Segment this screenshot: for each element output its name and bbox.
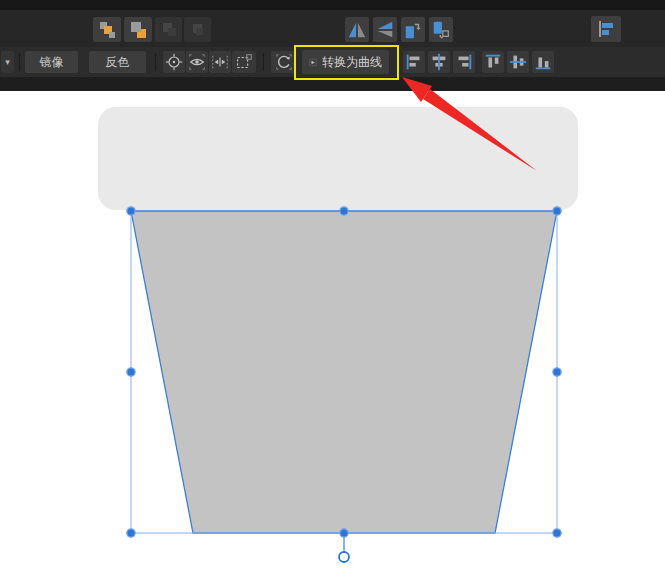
rotate-cw-icon [431, 20, 451, 40]
trapezoid-shape[interactable] [131, 211, 557, 533]
toolbar-row-arrange [0, 10, 665, 48]
send-to-back-icon [188, 20, 208, 40]
flip-horizontal-icon [347, 20, 367, 40]
align-bottom-icon [533, 52, 553, 72]
selection-node[interactable] [553, 529, 561, 537]
fit-width-button[interactable] [209, 51, 231, 73]
align-right-button[interactable] [453, 51, 475, 73]
align-center-horizontal-button[interactable] [428, 51, 450, 73]
mirror-button[interactable]: 镜像 [25, 51, 78, 73]
chevron-down-icon: ▾ [5, 58, 10, 67]
fit-width-icon [210, 52, 230, 72]
align-middle-vertical-button[interactable] [507, 51, 529, 73]
pointer-arrow-tail [423, 89, 537, 171]
flip-horizontal-button[interactable] [345, 17, 369, 42]
pointer-arrow [402, 77, 537, 171]
selection-node[interactable] [127, 368, 135, 376]
toolbar-separator [263, 53, 264, 71]
selection-node[interactable] [553, 368, 561, 376]
align-center-horizontal-icon [429, 52, 449, 72]
rotate-ccw-button[interactable] [401, 17, 425, 42]
align-bottom-button[interactable] [532, 51, 554, 73]
align-left-flag-icon [595, 18, 617, 40]
invert-color-button[interactable]: 反色 [89, 51, 146, 73]
invert-button-label: 反色 [106, 56, 130, 68]
mirror-button-label: 镜像 [40, 56, 64, 68]
align-top-icon [483, 52, 503, 72]
rotate-icon [274, 52, 294, 72]
align-left-button[interactable] [403, 51, 425, 73]
selection-node[interactable] [553, 207, 561, 215]
arrange-backward-icon [128, 20, 148, 40]
rotate-tool-button[interactable] [271, 51, 296, 73]
rotate-ccw-icon [403, 20, 423, 40]
align-right-icon [454, 52, 474, 72]
flip-vertical-icon [375, 20, 395, 40]
transform-frame-icon [233, 52, 255, 72]
toolbar-separator [155, 53, 156, 71]
preview-eye-icon [187, 52, 207, 72]
selection-node[interactable] [340, 529, 348, 537]
flip-vertical-button[interactable] [373, 17, 397, 42]
convert-button-highlight [294, 45, 399, 80]
preview-eye-button[interactable] [186, 51, 208, 73]
align-flag-button[interactable] [591, 16, 621, 42]
selection-node[interactable] [127, 529, 135, 537]
rotate-cw-button[interactable] [429, 17, 453, 42]
window-top-strip [0, 0, 665, 10]
arrange-forward-button[interactable] [93, 17, 121, 42]
transform-frame-button[interactable] [232, 51, 256, 73]
arrange-forward-icon [97, 20, 117, 40]
options-dropdown-button[interactable]: ▾ [1, 51, 14, 73]
rounded-rectangle-shape[interactable] [98, 107, 578, 210]
send-to-back-button[interactable] [184, 17, 211, 42]
rotation-handle[interactable] [339, 552, 349, 562]
selection-node[interactable] [340, 207, 348, 215]
toolbar-separator [19, 53, 20, 71]
arrange-backward-button[interactable] [124, 17, 152, 42]
center-point-icon [164, 52, 184, 72]
selection-node[interactable] [127, 207, 135, 215]
align-left-icon [404, 52, 424, 72]
align-top-button[interactable] [482, 51, 504, 73]
bring-to-front-button[interactable] [155, 17, 182, 42]
selection-nodes [127, 207, 561, 537]
bring-to-front-icon [159, 20, 179, 40]
align-middle-vertical-icon [508, 52, 528, 72]
center-point-button[interactable] [163, 51, 185, 73]
